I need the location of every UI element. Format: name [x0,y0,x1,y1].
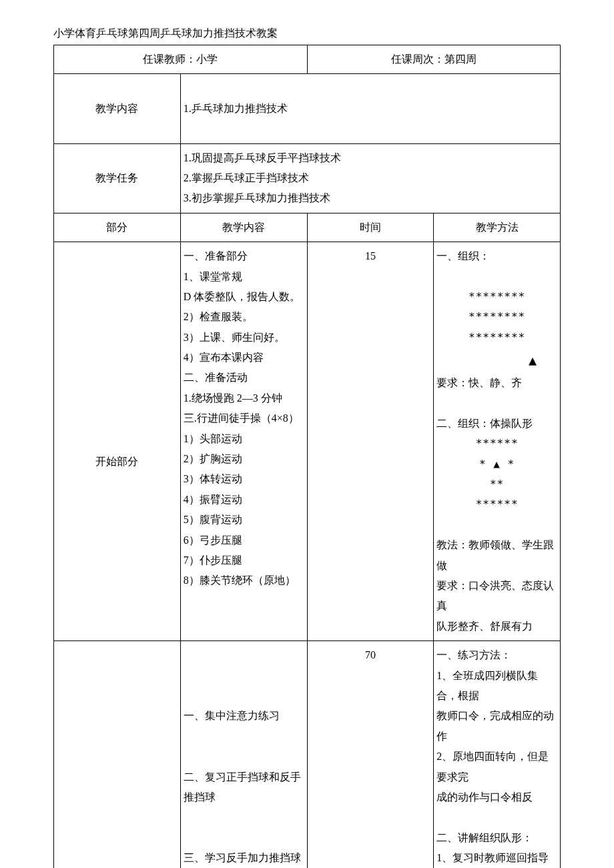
line: 三.行进间徒手操（4×8） [184,408,304,428]
teaching-task-row: 教学任务 1.巩固提高乒乓球反手平挡球技术 2.掌握乒乓球正手挡球技术 3.初步… [54,143,561,213]
line: D 体委整队，报告人数。 [184,287,304,307]
formation-line: ******** [436,287,557,307]
task-line: 3.初步掌握乒乓球加力推挡技术 [184,188,557,208]
week-cell: 任课周次：第四周 [307,45,561,74]
task-line: 2.掌握乒乓球正手挡球技术 [184,168,557,188]
base-section-label: 基 [54,641,181,868]
formation-line: ****** [436,494,557,514]
line: 3）体转运动 [184,469,304,489]
line: 7）仆步压腿 [184,550,304,570]
method-line: 成的动作与口令相反 [436,787,557,807]
teaching-content-line: 1.乒乓球加力推挡技术 [184,99,557,119]
header-row: 任课教师：小学 任课周次：第四周 [54,45,561,74]
line: 3）上课、师生问好。 [184,328,304,348]
method-line: 1、复习时教师巡回指导练习 [436,848,557,868]
part-header: 部分 [54,213,181,242]
method-header: 教学方法 [434,213,561,242]
formation-line: ** [436,474,557,494]
teaching-content-cell: 1.乒乓球加力推挡技术 [180,74,560,143]
line: 6）弓步压腿 [184,530,304,550]
time-header: 时间 [307,213,434,242]
method-line: 队形整齐、舒展有力 [436,616,557,636]
method-line: 二、组织：体操队形 [436,414,557,434]
method-line: 要求：口令洪亮、态度认真 [436,576,557,616]
method-line: 1、全班成四列横队集合，根据 [436,666,557,707]
line: 1、课堂常规 [184,267,304,287]
teaching-task-cell: 1.巩固提高乒乓球反手平挡球技术 2.掌握乒乓球正手挡球技术 3.初步掌握乒乓球… [180,143,560,213]
line: 二、复习正手挡球和反手推挡球 [184,767,304,808]
line: 1.绕场慢跑 2—3 分钟 [184,388,304,408]
base-section-row: 基 一、集中注意力练习 二、复习正手挡球和反手推挡球 三、学习反手加力推挡球 1… [54,641,561,868]
teacher-cell: 任课教师：小学 [54,45,308,74]
line: 二、准备活动 [184,368,304,388]
method-line: 二、讲解组织队形： [436,828,557,848]
teaching-task-label: 教学任务 [54,143,181,213]
start-section-row: 开始部分 一、准备部分 1、课堂常规 D 体委整队，报告人数。 2）检查服装。 … [54,242,561,641]
formation-line: ****** [436,434,557,454]
line: 一、准备部分 [184,246,304,266]
line: 4）振臂运动 [184,490,304,510]
start-section-label: 开始部分 [54,242,181,641]
lesson-plan-table: 任课教师：小学 任课周次：第四周 教学内容 1.乒乓球加力推挡技术 教学任务 1… [53,45,561,868]
teaching-content-label: 教学内容 [54,74,181,143]
line: 2）检查服装。 [184,307,304,327]
base-method-cell: 一、练习方法： 1、全班成四列横队集合，根据 教师口令，完成相应的动作 2、原地… [434,641,561,868]
start-method-cell: 一、组织： ******** ******** ******** ▲ 要求：快、… [434,242,561,641]
line: 5）腹背运动 [184,510,304,530]
task-line: 1.巩固提高乒乓球反手平挡球技术 [184,148,557,168]
line: 1）头部运动 [184,429,304,449]
content-header: 教学内容 [180,213,307,242]
method-line: 要求：快、静、齐 [436,373,557,393]
line: 三、学习反手加力推挡球 [184,848,304,868]
start-time-cell: 15 [307,242,434,641]
formation-line: * ▲ * [436,454,557,474]
base-time-cell: 70 [307,641,434,868]
column-header-row: 部分 教学内容 时间 教学方法 [54,213,561,242]
method-line: 教法：教师领做、学生跟做 [436,535,557,576]
teacher-triangle-icon: ▲ [436,348,557,373]
line: 4）宣布本课内容 [184,348,304,368]
formation-line: ******** [436,328,557,348]
line: 一、集中注意力练习 [184,706,304,726]
method-line: 一、练习方法： [436,645,557,665]
line: 2）扩胸运动 [184,449,304,469]
method-line: 教师口令，完成相应的动作 [436,706,557,747]
method-line: 一、组织： [436,246,557,266]
teaching-content-row: 教学内容 1.乒乓球加力推挡技术 [54,74,561,143]
start-content-cell: 一、准备部分 1、课堂常规 D 体委整队，报告人数。 2）检查服装。 3）上课、… [180,242,307,641]
method-line: 2、原地四面转向，但是要求完 [436,747,557,787]
formation-line: ******** [436,307,557,327]
line: 8）膝关节绕环（原地） [184,570,304,590]
document-title: 小学体育乒乓球第四周乒乓球加力推挡技术教案 [53,27,561,41]
base-content-cell: 一、集中注意力练习 二、复习正手挡球和反手推挡球 三、学习反手加力推挡球 1）特… [180,641,307,868]
